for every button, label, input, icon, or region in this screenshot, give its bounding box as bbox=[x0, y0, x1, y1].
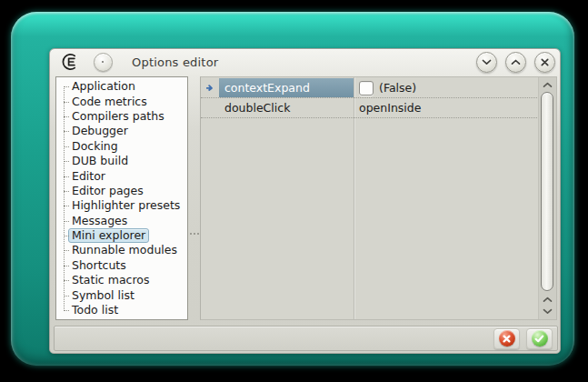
sidebar-item-highlighter-presets[interactable]: Highlighter presets bbox=[56, 198, 187, 213]
property-name[interactable]: contextExpand bbox=[219, 78, 354, 97]
scrollbar-thumb[interactable] bbox=[541, 92, 553, 291]
accept-button[interactable] bbox=[526, 328, 553, 349]
chevron-up-icon bbox=[543, 82, 553, 88]
sidebar-item-symbol-list[interactable]: Symbol list bbox=[56, 287, 187, 302]
sidebar-item-shortcuts[interactable]: Shortcuts bbox=[56, 258, 187, 273]
window-menu-button[interactable] bbox=[94, 53, 113, 72]
property-grid: contextExpand (False) doubleClick openIn… bbox=[200, 76, 557, 320]
footer-toolbar bbox=[54, 326, 558, 351]
chevron-up-icon bbox=[511, 59, 521, 65]
property-value-text: openInside bbox=[359, 101, 421, 115]
options-editor-window: Options editor Application Code metrics … bbox=[49, 48, 561, 354]
sidebar-item-application[interactable]: Application bbox=[56, 79, 187, 94]
panel-splitter[interactable] bbox=[188, 76, 200, 320]
sidebar-item-mini-explorer[interactable]: Mini explorer bbox=[56, 228, 187, 243]
sidebar-item-editor-pages[interactable]: Editor pages bbox=[56, 184, 187, 198]
cancel-icon bbox=[499, 330, 515, 347]
grid-scrollbar[interactable] bbox=[538, 77, 556, 319]
window-title: Options editor bbox=[132, 55, 218, 69]
property-row-contextexpand[interactable]: contextExpand (False) bbox=[201, 78, 537, 98]
property-value[interactable]: openInside bbox=[354, 98, 537, 117]
sidebar-item-docking[interactable]: Docking bbox=[56, 139, 187, 154]
chevron-down-icon bbox=[482, 59, 492, 65]
row-gutter bbox=[201, 98, 219, 117]
contextexpand-checkbox[interactable] bbox=[359, 81, 374, 96]
sidebar-item-compilers-paths[interactable]: Compilers paths bbox=[56, 109, 187, 124]
checkbox-state-label: (False) bbox=[379, 81, 416, 95]
x-icon bbox=[541, 58, 549, 66]
row-gutter bbox=[201, 78, 219, 97]
sidebar-item-todo-list[interactable]: Todo list bbox=[56, 303, 187, 317]
options-category-list: Application Code metrics Compilers paths… bbox=[55, 76, 188, 320]
chevron-up-icon bbox=[543, 297, 553, 303]
titlebar-buttons bbox=[476, 52, 555, 73]
selected-row-arrow-icon bbox=[206, 84, 214, 92]
minimize-button[interactable] bbox=[476, 52, 497, 73]
sidebar-item-code-metrics[interactable]: Code metrics bbox=[56, 94, 187, 108]
cancel-button[interactable] bbox=[493, 328, 520, 349]
check-icon bbox=[532, 330, 548, 347]
close-button[interactable] bbox=[534, 52, 555, 73]
sidebar-item-static-macros[interactable]: Static macros bbox=[56, 273, 187, 287]
sidebar-item-runnable-modules[interactable]: Runnable modules bbox=[56, 243, 187, 257]
category-list: Application Code metrics Compilers paths… bbox=[56, 77, 187, 317]
coedit-logo-icon bbox=[60, 53, 80, 71]
scroll-up-button[interactable] bbox=[539, 78, 556, 91]
splitter-grip-icon bbox=[190, 233, 199, 235]
property-value: (False) bbox=[354, 78, 537, 97]
scroll-up-button-bottom[interactable] bbox=[539, 293, 556, 306]
property-name[interactable]: doubleClick bbox=[219, 98, 354, 117]
titlebar[interactable]: Options editor bbox=[50, 49, 560, 75]
property-row-doubleclick[interactable]: doubleClick openInside bbox=[201, 98, 537, 118]
maximize-button[interactable] bbox=[505, 52, 526, 73]
sidebar-item-messages[interactable]: Messages bbox=[56, 214, 187, 228]
scroll-down-button[interactable] bbox=[539, 305, 556, 317]
property-rows: contextExpand (False) doubleClick openIn… bbox=[201, 78, 537, 118]
sidebar-item-debugger[interactable]: Debugger bbox=[56, 124, 187, 138]
sidebar-item-dub-build[interactable]: DUB build bbox=[56, 154, 187, 168]
sidebar-item-editor[interactable]: Editor bbox=[56, 168, 187, 183]
window-frame: Options editor Application Code metrics … bbox=[11, 12, 574, 366]
chevron-down-icon bbox=[543, 308, 553, 315]
